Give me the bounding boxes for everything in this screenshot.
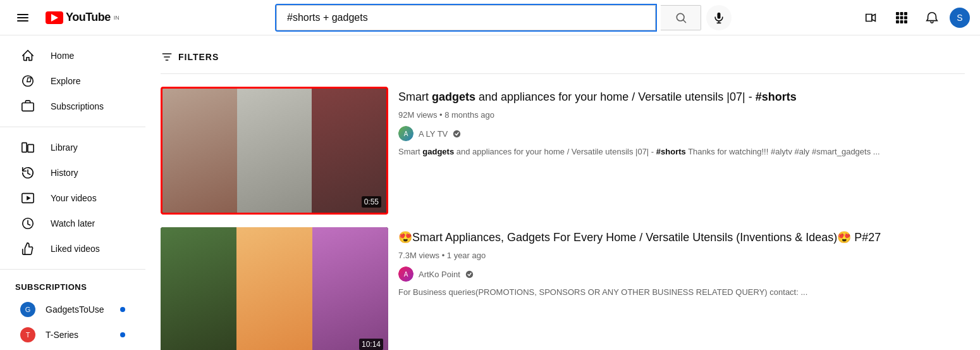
header-left: YouTubeIN bbox=[10, 5, 149, 30]
sidebar-label-history: History bbox=[51, 168, 78, 178]
video-thumbnail-1[interactable]: 0:55 bbox=[161, 87, 388, 215]
sidebar-item-subscriptions[interactable]: Subscriptions bbox=[5, 94, 140, 119]
subscription-label-gadgetstouse: GadgetsToUse bbox=[46, 304, 104, 315]
video-item-1[interactable]: 0:55 Smart gadgets and appliances for yo… bbox=[161, 87, 965, 215]
search-bar bbox=[276, 5, 656, 30]
sidebar-label-subscriptions: Subscriptions bbox=[51, 101, 104, 111]
user-avatar[interactable]: S bbox=[950, 8, 970, 28]
hamburger-menu-button[interactable] bbox=[10, 5, 35, 30]
subscription-dot-gadgetstouse bbox=[120, 307, 125, 312]
desc-bold-shorts-1: #shorts bbox=[656, 147, 686, 156]
svg-rect-4 bbox=[718, 12, 721, 18]
svg-rect-13 bbox=[904, 16, 907, 19]
video-info-1: Smart gadgets and appliances for your ho… bbox=[398, 87, 965, 215]
sidebar-label-watch-later: Watch later bbox=[51, 218, 95, 228]
subscriptions-title: SUBSCRIPTIONS bbox=[0, 277, 145, 297]
voice-search-button[interactable] bbox=[706, 5, 732, 30]
apps-icon bbox=[895, 11, 908, 24]
channel-row-2: A ArtKo Point bbox=[398, 266, 965, 282]
bold-shorts-1: #shorts bbox=[756, 91, 797, 103]
filters-icon bbox=[161, 51, 173, 63]
liked-videos-icon bbox=[20, 242, 35, 256]
header-center bbox=[276, 5, 732, 30]
sidebar-item-liked-videos[interactable]: Liked videos bbox=[5, 236, 140, 261]
video-description-1: Smart gadgets and appliances for your ho… bbox=[398, 146, 965, 158]
watch-later-icon bbox=[20, 216, 35, 230]
video-item-2[interactable]: 10:14 😍Smart Appliances, Gadgets For Eve… bbox=[161, 227, 965, 350]
svg-rect-19 bbox=[22, 103, 34, 111]
sidebar-label-home: Home bbox=[51, 51, 74, 61]
search-input[interactable] bbox=[277, 6, 655, 30]
video-description-2: For Business queries(PROMOTIONS, SPONSOR… bbox=[398, 287, 965, 298]
history-icon bbox=[20, 166, 35, 180]
thumb-cell-1b bbox=[237, 89, 312, 213]
svg-rect-16 bbox=[904, 20, 907, 23]
video-thumbnail-2[interactable]: 10:14 bbox=[161, 227, 388, 350]
svg-rect-2 bbox=[17, 20, 28, 22]
thumb-cell-2a bbox=[161, 227, 236, 350]
subscription-avatar-gadgetstouse: G bbox=[20, 302, 35, 317]
video-meta-2: 7.3M views • 1 year ago bbox=[398, 251, 965, 260]
bold-gadgets-1: gadgets bbox=[432, 91, 475, 103]
svg-point-28 bbox=[453, 130, 460, 137]
explore-icon bbox=[20, 74, 35, 88]
sidebar-label-liked-videos: Liked videos bbox=[51, 244, 100, 254]
thumb-cell-1a bbox=[162, 89, 237, 213]
svg-marker-23 bbox=[27, 196, 30, 200]
subscription-item-tseries[interactable]: T T-Series bbox=[5, 322, 140, 347]
thumb-cell-2c bbox=[312, 227, 388, 350]
video-duration-1: 0:55 bbox=[362, 196, 381, 208]
subscription-item-gadgetstouse[interactable]: G GadgetsToUse bbox=[5, 297, 140, 322]
mic-icon bbox=[713, 11, 725, 24]
sidebar-divider-1 bbox=[0, 127, 145, 127]
channel-name-1: A LY TV bbox=[419, 129, 448, 139]
sidebar-label-library: Library bbox=[51, 142, 78, 153]
video-title-1: Smart gadgets and appliances for your ho… bbox=[398, 89, 965, 105]
video-duration-2: 10:14 bbox=[359, 339, 383, 350]
sidebar-item-home[interactable]: Home bbox=[5, 43, 140, 68]
notifications-button[interactable] bbox=[919, 5, 945, 30]
home-icon bbox=[20, 49, 35, 63]
subscription-label-tseries: T-Series bbox=[46, 330, 78, 340]
video-meta-1: 92M views • 8 months ago bbox=[398, 110, 965, 120]
desc-bold-gadgets-1: gadgets bbox=[422, 147, 454, 156]
thumb-cell-1c bbox=[312, 89, 386, 213]
svg-point-29 bbox=[466, 271, 473, 278]
video-list: 0:55 Smart gadgets and appliances for yo… bbox=[161, 87, 965, 350]
apps-button[interactable] bbox=[889, 5, 914, 30]
sidebar-label-explore: Explore bbox=[51, 76, 80, 86]
verified-icon-2 bbox=[465, 270, 474, 278]
header-right: S bbox=[859, 5, 970, 30]
subscriptions-icon bbox=[20, 99, 35, 113]
channel-row-1: A A LY TV bbox=[398, 126, 965, 141]
thumb-cell-2b bbox=[236, 227, 312, 350]
thumbnail-grid-1 bbox=[162, 89, 386, 213]
sidebar-item-watch-later[interactable]: Watch later bbox=[5, 211, 140, 236]
video-info-2: 😍Smart Appliances, Gadgets For Every Hom… bbox=[398, 227, 965, 350]
svg-rect-11 bbox=[896, 16, 899, 19]
library-icon bbox=[20, 141, 35, 154]
search-button[interactable] bbox=[661, 5, 701, 30]
sidebar-item-history[interactable]: History bbox=[5, 160, 140, 185]
sidebar-item-your-videos[interactable]: Your videos bbox=[5, 185, 140, 211]
youtube-logo[interactable]: YouTubeIN bbox=[46, 11, 119, 24]
sidebar-item-explore[interactable]: Explore bbox=[5, 68, 140, 94]
svg-rect-0 bbox=[17, 14, 28, 15]
svg-rect-8 bbox=[896, 12, 899, 15]
create-video-button[interactable] bbox=[859, 5, 884, 30]
thumbnail-grid-2 bbox=[161, 227, 388, 350]
svg-rect-21 bbox=[28, 144, 34, 152]
svg-rect-9 bbox=[900, 12, 903, 15]
your-videos-icon bbox=[20, 191, 35, 205]
sidebar-label-your-videos: Your videos bbox=[51, 193, 97, 203]
youtube-logo-icon bbox=[46, 11, 63, 24]
create-icon bbox=[864, 11, 878, 25]
svg-rect-14 bbox=[896, 20, 899, 23]
channel-name-2: ArtKo Point bbox=[419, 270, 460, 279]
sidebar-item-library[interactable]: Library bbox=[5, 135, 140, 160]
sidebar: Home Explore Subscriptions Library Histo… bbox=[0, 35, 145, 350]
svg-rect-20 bbox=[22, 143, 27, 153]
video-title-2: 😍Smart Appliances, Gadgets For Every Hom… bbox=[398, 230, 965, 246]
search-icon bbox=[675, 11, 687, 24]
filters-bar: FILTERS bbox=[161, 51, 965, 74]
